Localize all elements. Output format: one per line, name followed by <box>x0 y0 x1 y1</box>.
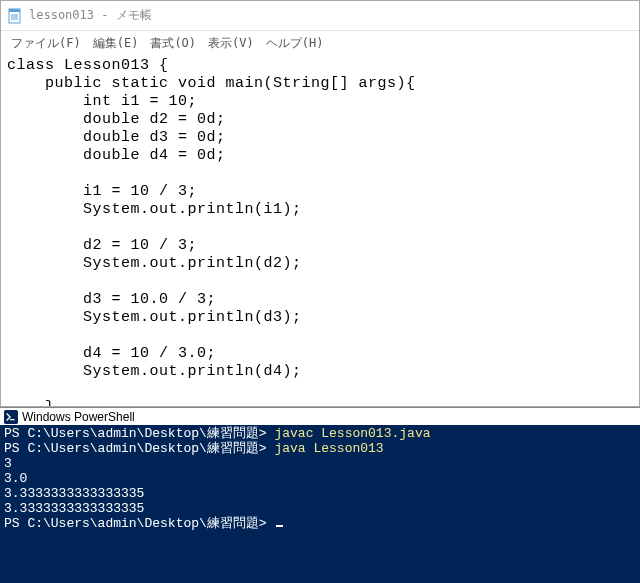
ps-prompt: PS C:\Users\admin\Desktop\練習問題> <box>4 441 267 456</box>
cursor <box>276 525 283 527</box>
menu-help[interactable]: ヘルプ(H) <box>266 35 324 52</box>
powershell-icon <box>4 410 18 424</box>
ps-output-1: 3 <box>4 456 12 471</box>
powershell-terminal[interactable]: PS C:\Users\admin\Desktop\練習問題> javac Le… <box>0 425 640 534</box>
ps-prompt: PS C:\Users\admin\Desktop\練習問題> <box>4 516 267 531</box>
menu-format[interactable]: 書式(O) <box>150 35 196 52</box>
notepad-menubar: ファイル(F) 編集(E) 書式(O) 表示(V) ヘルプ(H) <box>1 31 639 55</box>
notepad-editor[interactable]: class Lesson013 { public static void mai… <box>1 55 639 406</box>
ps-output-4: 3.3333333333333335 <box>4 501 144 516</box>
svg-rect-1 <box>9 9 20 12</box>
menu-file[interactable]: ファイル(F) <box>11 35 81 52</box>
powershell-title-text: Windows PowerShell <box>22 410 135 424</box>
menu-edit[interactable]: 編集(E) <box>93 35 139 52</box>
powershell-titlebar[interactable]: Windows PowerShell <box>0 407 640 425</box>
ps-output-3: 3.3333333333333335 <box>4 486 144 501</box>
ps-prompt: PS C:\Users\admin\Desktop\練習問題> <box>4 426 267 441</box>
notepad-window: lesson013 - メモ帳 ファイル(F) 編集(E) 書式(O) 表示(V… <box>0 0 640 407</box>
ps-output-2: 3.0 <box>4 471 27 486</box>
notepad-title-text: lesson013 - メモ帳 <box>29 7 152 24</box>
notepad-titlebar[interactable]: lesson013 - メモ帳 <box>1 1 639 31</box>
notepad-icon <box>7 8 23 24</box>
ps-command-1: javac Lesson013.java <box>274 426 430 441</box>
ps-command-2: java Lesson013 <box>274 441 383 456</box>
powershell-window: Windows PowerShell PS C:\Users\admin\Des… <box>0 407 640 583</box>
menu-view[interactable]: 表示(V) <box>208 35 254 52</box>
